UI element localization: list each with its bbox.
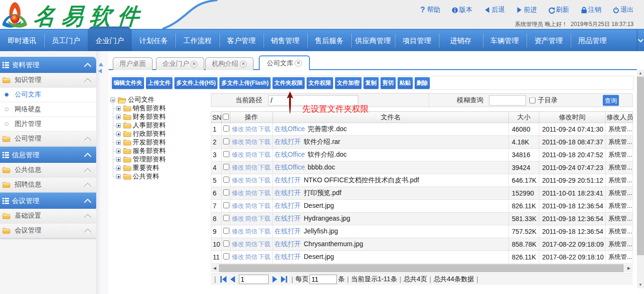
op-link-2[interactable]: 下载 bbox=[258, 151, 271, 158]
section-header-1[interactable]: 信息管理 bbox=[0, 147, 96, 163]
first-page-button[interactable] bbox=[220, 276, 227, 283]
sidebar-item[interactable]: 基础设置 bbox=[0, 209, 96, 223]
tree-node[interactable]: 服务部资料 bbox=[110, 147, 210, 155]
tab-close-icon[interactable]: ✕ bbox=[190, 61, 198, 68]
tree-node[interactable]: 行政部资料 bbox=[110, 130, 210, 138]
row-checkbox[interactable] bbox=[223, 151, 229, 157]
scroll-left-icon[interactable]: ◀ bbox=[211, 264, 218, 272]
op-link-1[interactable]: 简信 bbox=[245, 253, 257, 260]
op-link-0[interactable]: 修改 bbox=[232, 228, 244, 235]
quicklink-back[interactable]: 后退 bbox=[484, 6, 505, 14]
nav-item-9[interactable]: 项目管理 bbox=[395, 30, 439, 51]
toolbar-button-8[interactable]: 剪切 bbox=[381, 77, 396, 89]
vscroll-thumb[interactable] bbox=[637, 77, 644, 255]
tree-node[interactable]: 销售部资料 bbox=[110, 104, 210, 113]
nav-item-10[interactable]: 进销存 bbox=[439, 30, 483, 51]
nav-item-5[interactable]: 客户管理 bbox=[219, 30, 263, 51]
op-link-1[interactable]: 简信 bbox=[245, 241, 257, 248]
subdir-checkbox[interactable] bbox=[529, 97, 535, 103]
tree-node[interactable]: 重要资料 bbox=[110, 164, 210, 172]
select-all-checkbox[interactable] bbox=[223, 114, 229, 120]
tree-expand-icon[interactable] bbox=[116, 140, 121, 145]
sidebar-item[interactable]: 招聘信息 bbox=[0, 178, 96, 192]
op-link-2[interactable]: 下载 bbox=[258, 202, 271, 209]
op-link-2[interactable]: 下载 bbox=[258, 177, 271, 184]
row-checkbox[interactable] bbox=[223, 202, 229, 208]
tab-1[interactable]: 企业门户✕ bbox=[156, 57, 204, 70]
toolbar-button-10[interactable]: 删除 bbox=[415, 77, 430, 89]
horizontal-scrollbar[interactable]: ◀▶ bbox=[211, 264, 633, 272]
op-link-2[interactable]: 下载 bbox=[258, 228, 271, 235]
toolbar-button-0[interactable]: 编辑文件夹 bbox=[112, 77, 144, 89]
toolbar-button-4[interactable]: 文件夹权限 bbox=[272, 77, 305, 89]
quicklink-info[interactable]: 版本 bbox=[452, 6, 472, 14]
open-link[interactable]: 在线打开 bbox=[274, 189, 301, 196]
scroll-right-icon[interactable]: ▶ bbox=[625, 264, 633, 272]
op-link-2[interactable]: 下载 bbox=[258, 241, 271, 248]
op-link-1[interactable]: 简信 bbox=[245, 228, 257, 235]
op-link-2[interactable]: 下载 bbox=[258, 215, 271, 222]
nav-item-8[interactable]: 供应商管理 bbox=[351, 30, 395, 51]
open-link[interactable]: 在线Office bbox=[274, 151, 305, 158]
quicklink-forward[interactable]: 前进 bbox=[516, 6, 537, 14]
op-link-2[interactable]: 下载 bbox=[258, 138, 271, 145]
row-checkbox[interactable] bbox=[223, 189, 229, 196]
nav-item-4[interactable]: 工作流程 bbox=[175, 30, 219, 51]
sidebar-subitem[interactable]: 公司文库 bbox=[0, 88, 96, 102]
nav-item-12[interactable]: 资产管理 bbox=[526, 30, 571, 51]
tab-close-icon[interactable]: ✕ bbox=[240, 61, 247, 68]
tab-close-icon[interactable]: ✕ bbox=[295, 60, 302, 67]
open-link[interactable]: 在线打开 bbox=[274, 240, 301, 248]
toolbar-button-1[interactable]: 上传文件 bbox=[146, 77, 172, 89]
section-header-0[interactable]: 资料管理 bbox=[0, 57, 96, 73]
scroll-down-icon[interactable]: ▼ bbox=[637, 281, 644, 288]
op-link-1[interactable]: 简信 bbox=[245, 189, 257, 196]
op-link-1[interactable]: 简信 bbox=[245, 125, 257, 133]
open-link[interactable]: 在线打开 bbox=[274, 227, 301, 235]
tree-node[interactable]: 管理部资料 bbox=[110, 155, 210, 164]
op-link-0[interactable]: 修改 bbox=[232, 215, 244, 222]
nav-item-0[interactable]: 即时通讯 bbox=[0, 30, 44, 51]
collapse-up-icon[interactable] bbox=[99, 62, 103, 66]
toolbar-button-3[interactable]: 多文件上传(Flash) bbox=[219, 77, 270, 89]
sidebar-subitem[interactable]: 图片管理 bbox=[0, 117, 96, 132]
tree-collapse-icon[interactable] bbox=[110, 98, 115, 102]
search-input[interactable] bbox=[489, 95, 526, 106]
quicklink-power[interactable]: 退出 bbox=[613, 6, 634, 14]
nav-item-11[interactable]: 车辆管理 bbox=[483, 30, 527, 51]
last-page-button[interactable] bbox=[281, 276, 288, 283]
nav-item-2[interactable]: 企业门户 bbox=[88, 30, 132, 51]
hscroll-thumb[interactable] bbox=[219, 264, 624, 272]
tree-expand-icon[interactable] bbox=[116, 174, 121, 179]
tree-expand-icon[interactable] bbox=[116, 157, 121, 162]
op-link-0[interactable]: 修改 bbox=[232, 241, 244, 248]
open-link[interactable]: 在线打开 bbox=[274, 176, 301, 184]
quicklink-refresh[interactable]: 刷新 bbox=[548, 6, 569, 14]
tree-expand-icon[interactable] bbox=[116, 106, 121, 111]
sidebar-item[interactable]: 知识管理 bbox=[0, 73, 96, 88]
next-page-button[interactable] bbox=[272, 276, 278, 283]
tree-node[interactable]: 财务部资料 bbox=[110, 113, 210, 121]
nav-item-3[interactable]: 计划任务 bbox=[132, 30, 176, 51]
toolbar-button-2[interactable]: 多文件上传(H5) bbox=[174, 77, 218, 89]
op-link-2[interactable]: 下载 bbox=[258, 189, 271, 196]
op-link-1[interactable]: 简信 bbox=[245, 177, 257, 184]
op-link-0[interactable]: 修改 bbox=[232, 202, 244, 209]
row-checkbox[interactable] bbox=[223, 228, 229, 234]
nav-item-13[interactable]: 用品管理 bbox=[571, 30, 615, 51]
toolbar-button-9[interactable]: 粘贴 bbox=[398, 77, 413, 89]
quicklink-lock[interactable]: 注销 bbox=[581, 6, 601, 14]
collapse-left-icon[interactable] bbox=[98, 69, 102, 73]
per-page-input[interactable] bbox=[309, 275, 337, 284]
query-button[interactable]: 查询 bbox=[603, 95, 619, 106]
open-link[interactable]: 在线打开 bbox=[274, 138, 301, 145]
op-link-1[interactable]: 简信 bbox=[245, 215, 257, 222]
op-link-0[interactable]: 修改 bbox=[232, 138, 244, 145]
row-checkbox[interactable] bbox=[223, 177, 229, 183]
op-link-0[interactable]: 修改 bbox=[232, 177, 244, 184]
tab-3[interactable]: 公司文库✕ bbox=[259, 55, 310, 70]
nav-item-6[interactable]: 销售管理 bbox=[263, 30, 308, 51]
tree-expand-icon[interactable] bbox=[116, 149, 121, 153]
sidebar-item[interactable]: 会议管理 bbox=[0, 223, 96, 238]
tree-node[interactable]: 人事部资料 bbox=[110, 121, 210, 130]
